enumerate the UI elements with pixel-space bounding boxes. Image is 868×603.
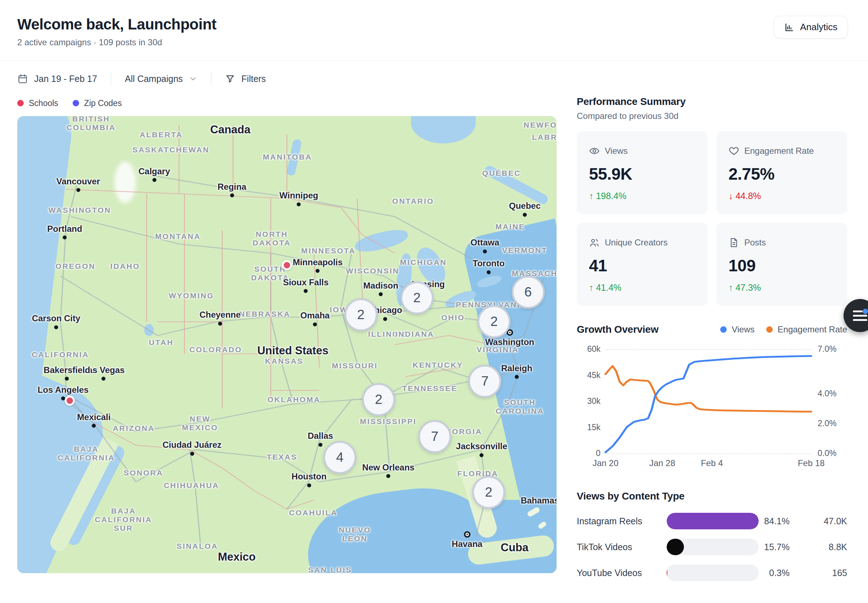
map-cluster-marker[interactable]: 7 — [418, 420, 451, 453]
unique-creators-card: Unique Creators 41 ↑ 41.4% — [577, 223, 708, 306]
views-card: Views 55.9K ↑ 198.4% — [577, 131, 708, 214]
gridline-bottom — [606, 453, 811, 454]
row-percent: 15.7% — [759, 542, 793, 552]
content-type-rows: Instagram Reels 84.1% 47.0K TikTok Video… — [577, 513, 847, 581]
x-axis-tick: Feb 18 — [798, 458, 825, 468]
content-type-row-instagram: Instagram Reels 84.1% 47.0K — [577, 513, 847, 529]
x-axis-tick: Jan 28 — [649, 458, 675, 468]
list-icon — [853, 311, 867, 321]
unique-creators-card-delta: ↑ 41.4% — [589, 283, 695, 293]
quick-menu-fab[interactable] — [843, 299, 868, 332]
performance-summary-subtitle: Compared to previous 30d — [577, 111, 847, 121]
divider — [111, 72, 111, 85]
legend-engagement-rate[interactable]: Engagement Rate — [766, 325, 847, 335]
chart-legend: Views Engagement Rate — [720, 325, 847, 335]
posts-card: Posts 109 ↑ 47.3% — [716, 223, 847, 306]
document-icon — [728, 237, 739, 248]
filters-button[interactable]: Filters — [225, 74, 266, 84]
school-marker[interactable] — [65, 396, 75, 406]
engagement-rate-card: Engagement Rate 2.75% ↓ 44.8% — [716, 131, 847, 214]
y-axis-tick-right: 4.0% — [818, 389, 836, 399]
row-label: YouTube Videos — [577, 568, 666, 578]
legend-zip-codes[interactable]: Zip Codes — [73, 99, 122, 108]
divider — [211, 72, 211, 85]
date-range-label: Jan 19 - Feb 17 — [34, 74, 97, 84]
map-canvas[interactable]: BRITISH COLUMBIAALBERTASASKATCHEWANMANIT… — [17, 116, 556, 573]
row-count: 8.8K — [793, 542, 847, 552]
map-cluster-marker[interactable]: 2 — [477, 305, 511, 338]
row-count: 165 — [793, 568, 847, 578]
date-range-selector[interactable]: Jan 19 - Feb 17 — [17, 73, 97, 84]
legend-schools-label: Schools — [29, 99, 58, 108]
map-cluster-marker[interactable]: 7 — [468, 365, 501, 398]
progress-bar — [666, 539, 759, 555]
map-cluster-marker[interactable]: 2 — [472, 476, 505, 509]
chart-x-axis: Jan 20Jan 28Feb 4Feb 18 — [606, 458, 811, 470]
y-axis-tick-right: 7.0% — [818, 344, 836, 354]
unique-creators-card-value: 41 — [589, 256, 695, 275]
posts-card-value: 109 — [728, 256, 835, 275]
engagement-series-dot-icon — [766, 326, 773, 333]
y-axis-tick-left: 60k — [575, 344, 600, 354]
legend-zip-codes-label: Zip Codes — [84, 99, 122, 108]
users-icon — [589, 237, 600, 248]
row-label: TikTok Videos — [577, 542, 666, 552]
row-count: 47.0K — [793, 516, 847, 526]
content-type-row-tiktok: TikTok Videos 15.7% 8.8K — [577, 539, 847, 555]
zip-codes-dot-icon — [73, 100, 79, 107]
campaign-selector-label: All Campaigns — [125, 74, 183, 84]
stat-cards: Views 55.9K ↑ 198.4% Engagement Rate 2.7… — [577, 131, 847, 306]
y-axis-tick-left: 0 — [575, 448, 600, 458]
analytics-button-label: Analytics — [800, 22, 837, 33]
eye-icon — [589, 145, 600, 156]
views-series-dot-icon — [720, 326, 727, 333]
campaign-selector[interactable]: All Campaigns — [125, 74, 197, 84]
growth-overview-title: Growth Overview — [577, 324, 658, 335]
map-cluster-marker[interactable]: 2 — [362, 383, 395, 416]
y-axis-tick-right: 0.0% — [818, 448, 836, 458]
row-label: Instagram Reels — [577, 516, 666, 526]
legend-views-label: Views — [732, 325, 755, 335]
map-legend: Schools Zip Codes — [17, 96, 556, 110]
map-cluster-marker[interactable]: 4 — [323, 441, 356, 474]
schools-dot-icon — [17, 100, 24, 107]
views-card-value: 55.9K — [589, 164, 695, 184]
filters-label: Filters — [241, 74, 266, 84]
legend-views[interactable]: Views — [720, 325, 755, 335]
legend-engagement-rate-label: Engagement Rate — [778, 325, 847, 335]
y-axis-tick-left: 30k — [575, 396, 600, 406]
x-axis-tick: Jan 20 — [592, 458, 618, 468]
engagement-rate-card-delta: ↓ 44.8% — [728, 191, 835, 201]
notification-dot-icon — [863, 309, 868, 314]
legend-schools[interactable]: Schools — [17, 99, 58, 108]
school-marker[interactable] — [282, 260, 292, 270]
x-axis-tick: Feb 4 — [701, 458, 723, 468]
chart-lines — [606, 349, 811, 453]
heart-icon — [728, 145, 739, 156]
funnel-icon — [225, 74, 235, 84]
engagement-rate-card-value: 2.75% — [728, 164, 835, 184]
posts-card-label: Posts — [744, 238, 766, 247]
views-card-delta: ↑ 198.4% — [589, 191, 695, 201]
map-cluster-marker[interactable]: 6 — [512, 276, 545, 309]
growth-chart[interactable]: 015k30k45k60k 0.0%2.0%4.0%7.0% Jan 20Jan… — [577, 346, 847, 468]
progress-bar — [666, 564, 759, 581]
calendar-icon — [17, 73, 28, 84]
map-cluster-marker[interactable]: 2 — [401, 281, 434, 314]
bar-chart-icon — [784, 22, 794, 32]
map-roads — [17, 116, 556, 573]
engagement-rate-card-label: Engagement Rate — [744, 146, 814, 156]
filter-bar: Jan 19 - Feb 17 All Campaigns Filters — [17, 72, 851, 85]
y-axis-tick-left: 15k — [575, 422, 600, 432]
row-percent: 84.1% — [759, 516, 793, 526]
analytics-button[interactable]: Analytics — [774, 16, 848, 39]
progress-bar — [666, 513, 759, 529]
unique-creators-card-label: Unique Creators — [605, 238, 668, 247]
chevron-down-icon — [189, 74, 197, 83]
posts-card-delta: ↑ 47.3% — [728, 283, 835, 293]
row-percent: 0.3% — [759, 568, 793, 578]
y-axis-tick-left: 45k — [575, 370, 600, 380]
page-title: Welcome back, Launchpoint — [17, 16, 217, 33]
map-cluster-marker[interactable]: 2 — [344, 298, 378, 331]
views-card-label: Views — [605, 146, 628, 156]
